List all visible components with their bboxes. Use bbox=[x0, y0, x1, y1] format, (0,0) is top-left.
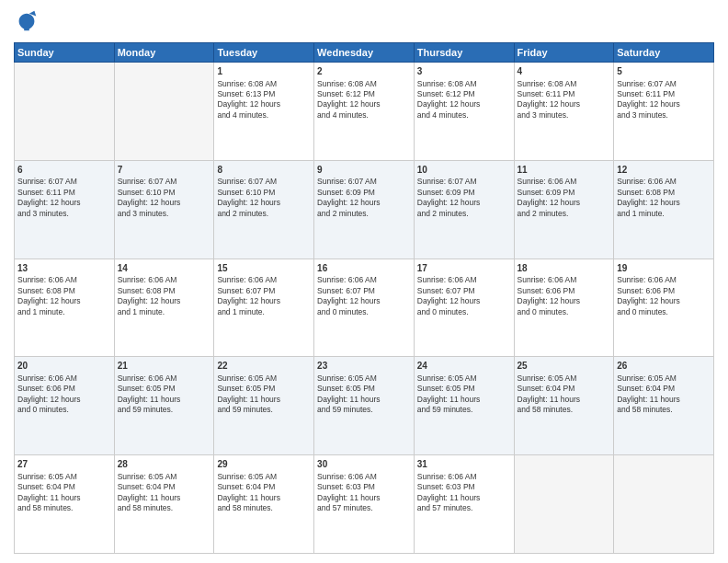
day-number: 2 bbox=[317, 65, 411, 78]
day-info-line: and 2 minutes. bbox=[518, 209, 611, 219]
day-info-line: Sunset: 6:08 PM bbox=[617, 188, 711, 198]
day-info-line: Sunset: 6:05 PM bbox=[118, 384, 211, 394]
calendar-header-cell: Monday bbox=[114, 43, 214, 63]
day-info-line: Daylight: 12 hours bbox=[317, 296, 411, 306]
day-info-line: and 58 minutes. bbox=[17, 503, 111, 513]
day-info-line: Daylight: 11 hours bbox=[617, 395, 711, 405]
day-number: 24 bbox=[417, 360, 511, 373]
day-info-line: Sunrise: 6:06 AM bbox=[417, 275, 511, 285]
day-info-line: and 59 minutes. bbox=[217, 405, 311, 415]
day-info-line: Sunset: 6:06 PM bbox=[17, 384, 111, 394]
day-number: 6 bbox=[17, 164, 111, 177]
day-info-line: and 59 minutes. bbox=[118, 405, 211, 415]
calendar-day-cell: 29Sunrise: 6:05 AMSunset: 6:04 PMDayligh… bbox=[214, 455, 314, 554]
day-info-line: Daylight: 12 hours bbox=[217, 296, 311, 306]
day-number: 3 bbox=[417, 65, 511, 78]
calendar-day-cell: 20Sunrise: 6:06 AMSunset: 6:06 PMDayligh… bbox=[15, 357, 115, 455]
day-number: 13 bbox=[17, 262, 111, 275]
day-number: 5 bbox=[617, 65, 711, 78]
day-info-line: and 3 minutes. bbox=[118, 209, 211, 219]
day-info-line: Sunset: 6:09 PM bbox=[317, 188, 411, 198]
day-info-line: Sunrise: 6:06 AM bbox=[118, 275, 211, 285]
day-number: 9 bbox=[317, 164, 411, 177]
day-info-line: Daylight: 12 hours bbox=[317, 198, 411, 208]
day-info-line: and 58 minutes. bbox=[518, 405, 611, 415]
day-info-line: Sunset: 6:11 PM bbox=[518, 89, 611, 99]
day-number: 10 bbox=[417, 164, 511, 177]
calendar-day-cell: 26Sunrise: 6:05 AMSunset: 6:04 PMDayligh… bbox=[614, 357, 714, 455]
day-info-line: and 3 minutes. bbox=[17, 209, 111, 219]
day-info-line: Sunset: 6:07 PM bbox=[217, 286, 311, 296]
day-info-line: Daylight: 11 hours bbox=[518, 395, 611, 405]
day-number: 16 bbox=[317, 262, 411, 275]
day-info-line: and 0 minutes. bbox=[17, 405, 111, 415]
day-info-line: Sunset: 6:08 PM bbox=[17, 286, 111, 296]
calendar-day-cell: 7Sunrise: 6:07 AMSunset: 6:10 PMDaylight… bbox=[114, 160, 214, 259]
calendar-day-cell: 1Sunrise: 6:08 AMSunset: 6:13 PMDaylight… bbox=[214, 63, 314, 161]
day-info-line: Daylight: 11 hours bbox=[417, 395, 511, 405]
day-info-line: Sunrise: 6:06 AM bbox=[17, 373, 111, 384]
calendar-day-cell: 4Sunrise: 6:08 AMSunset: 6:11 PMDaylight… bbox=[514, 63, 614, 161]
day-info-line: Daylight: 12 hours bbox=[217, 99, 311, 109]
calendar-day-cell: 5Sunrise: 6:07 AMSunset: 6:11 PMDaylight… bbox=[614, 63, 714, 161]
day-info-line: Daylight: 12 hours bbox=[118, 296, 211, 306]
calendar-day-cell bbox=[15, 63, 115, 161]
day-info-line: Sunrise: 6:07 AM bbox=[317, 177, 411, 187]
calendar-header-cell: Tuesday bbox=[214, 43, 314, 63]
day-info-line: Sunset: 6:09 PM bbox=[518, 188, 611, 198]
day-info-line: Sunset: 6:08 PM bbox=[118, 286, 211, 296]
day-info-line: Daylight: 12 hours bbox=[217, 198, 311, 208]
day-info-line: Sunrise: 6:06 AM bbox=[118, 373, 211, 384]
day-number: 31 bbox=[417, 458, 511, 471]
day-info-line: Daylight: 12 hours bbox=[17, 296, 111, 306]
day-info-line: Sunset: 6:07 PM bbox=[317, 286, 411, 296]
day-info-line: Sunrise: 6:05 AM bbox=[17, 472, 111, 482]
calendar-day-cell: 19Sunrise: 6:06 AMSunset: 6:06 PMDayligh… bbox=[614, 259, 714, 357]
day-info-line: Sunset: 6:05 PM bbox=[217, 384, 311, 394]
day-number: 1 bbox=[217, 65, 311, 78]
calendar-week-row: 27Sunrise: 6:05 AMSunset: 6:04 PMDayligh… bbox=[15, 455, 714, 554]
day-info-line: Sunrise: 6:05 AM bbox=[518, 373, 611, 384]
day-info-line: Sunset: 6:09 PM bbox=[417, 188, 511, 198]
day-number: 15 bbox=[217, 262, 311, 275]
day-number: 12 bbox=[617, 164, 711, 177]
day-info-line: Sunrise: 6:08 AM bbox=[417, 79, 511, 89]
day-number: 22 bbox=[217, 360, 311, 373]
calendar-week-row: 13Sunrise: 6:06 AMSunset: 6:08 PMDayligh… bbox=[15, 259, 714, 357]
day-number: 21 bbox=[118, 360, 211, 373]
day-info-line: Daylight: 12 hours bbox=[518, 99, 611, 109]
calendar-day-cell: 12Sunrise: 6:06 AMSunset: 6:08 PMDayligh… bbox=[614, 160, 714, 259]
calendar-week-row: 1Sunrise: 6:08 AMSunset: 6:13 PMDaylight… bbox=[15, 63, 714, 161]
day-info-line: Sunrise: 6:07 AM bbox=[118, 177, 211, 187]
calendar-day-cell bbox=[114, 63, 214, 161]
day-info-line: Daylight: 11 hours bbox=[17, 493, 111, 503]
calendar-header-cell: Friday bbox=[514, 43, 614, 63]
day-info-line: and 58 minutes. bbox=[617, 405, 711, 415]
calendar-day-cell: 22Sunrise: 6:05 AMSunset: 6:05 PMDayligh… bbox=[214, 357, 314, 455]
day-info-line: Sunrise: 6:05 AM bbox=[217, 373, 311, 384]
day-info-line: Sunset: 6:05 PM bbox=[417, 384, 511, 394]
day-info-line: Daylight: 12 hours bbox=[617, 296, 711, 306]
calendar-week-row: 6Sunrise: 6:07 AMSunset: 6:11 PMDaylight… bbox=[15, 160, 714, 259]
day-info-line: Sunrise: 6:06 AM bbox=[17, 275, 111, 285]
day-number: 17 bbox=[417, 262, 511, 275]
day-info-line: Daylight: 12 hours bbox=[17, 395, 111, 405]
day-info-line: and 3 minutes. bbox=[617, 110, 711, 121]
calendar-table: SundayMondayTuesdayWednesdayThursdayFrid… bbox=[14, 42, 714, 554]
day-info-line: and 58 minutes. bbox=[118, 503, 211, 513]
day-info-line: Sunrise: 6:07 AM bbox=[17, 177, 111, 187]
day-number: 11 bbox=[518, 164, 611, 177]
day-info-line: Sunrise: 6:06 AM bbox=[317, 275, 411, 285]
logo-icon bbox=[14, 9, 40, 35]
day-number: 7 bbox=[118, 164, 211, 177]
day-info-line: and 4 minutes. bbox=[317, 110, 411, 121]
day-number: 14 bbox=[118, 262, 211, 275]
day-info-line: Daylight: 11 hours bbox=[118, 493, 211, 503]
calendar-day-cell: 28Sunrise: 6:05 AMSunset: 6:04 PMDayligh… bbox=[114, 455, 214, 554]
day-info-line: Sunrise: 6:08 AM bbox=[518, 79, 611, 89]
day-number: 30 bbox=[317, 458, 411, 471]
page-header bbox=[14, 9, 714, 35]
calendar-day-cell: 31Sunrise: 6:06 AMSunset: 6:03 PMDayligh… bbox=[414, 455, 514, 554]
day-info-line: and 1 minute. bbox=[118, 307, 211, 317]
day-info-line: and 57 minutes. bbox=[317, 503, 411, 513]
